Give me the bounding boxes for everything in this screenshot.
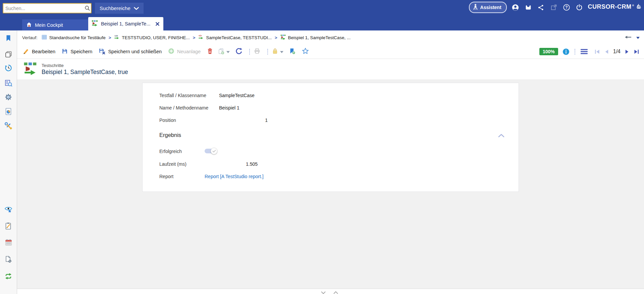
field-value: SampleTestCase (219, 93, 255, 98)
history-dropdown-icon[interactable] (636, 35, 640, 40)
app-window: Suchbereiche Assistent (0, 0, 644, 294)
quality-badge[interactable]: 100% (539, 48, 558, 55)
save-button[interactable]: Speichern (62, 48, 92, 55)
tab-record-label: Beispiel 1, SampleTe... (101, 21, 152, 26)
field-label: Laufzeit (ms) (159, 161, 186, 167)
field-label: Testfall / Klassenname (159, 93, 206, 98)
nav-last-icon[interactable] (634, 49, 639, 54)
search-scope-button[interactable]: Suchbereiche (95, 3, 144, 14)
svg-text:?: ? (565, 5, 568, 10)
teststep-icon (23, 62, 37, 77)
info-icon[interactable] (562, 48, 570, 55)
save-and-close-button[interactable]: Speichern und schließen (99, 48, 162, 56)
bottom-panel-toggle (17, 289, 644, 294)
field-value: 1.505 (205, 161, 258, 167)
breadcrumb-separator: > (275, 35, 277, 40)
search-scope-label: Suchbereiche (100, 5, 130, 11)
home-icon (26, 22, 32, 28)
delete-button[interactable] (207, 48, 213, 55)
breadcrumb-nav (625, 35, 640, 40)
breadcrumb: Verlauf: Standardsuche für Testläufe > 1… (17, 30, 644, 45)
power-icon[interactable] (575, 3, 583, 11)
gear-play-icon[interactable] (0, 92, 17, 102)
user-icon[interactable] (512, 3, 520, 11)
print-button[interactable] (254, 48, 260, 55)
breadcrumb-item-teststep[interactable]: Beispiel 1, SampleTestCase, ... (280, 34, 351, 41)
calendar-icon[interactable] (0, 237, 17, 247)
menu-icon[interactable] (580, 49, 588, 55)
tab-cockpit[interactable]: Mein Cockpit (22, 19, 88, 30)
nav-next-icon[interactable] (625, 49, 629, 54)
toolbar-separator (575, 49, 575, 55)
copy-button[interactable] (218, 48, 224, 56)
bookmark-icon[interactable] (0, 33, 17, 43)
clipboard-edit-icon[interactable] (0, 221, 17, 231)
field-row-classname: Testfall / Klassenname SampleTestCase (159, 92, 503, 99)
field-label: Report (159, 174, 173, 179)
add-bookmark-button[interactable] (289, 48, 296, 56)
lock-button[interactable] (272, 48, 278, 55)
favorite-button[interactable] (302, 48, 309, 56)
collapse-section-icon[interactable] (498, 133, 504, 139)
brand-text: CURSOR-CRM (588, 3, 632, 10)
nav-prev-icon[interactable] (604, 49, 609, 54)
field-row-position: Position 1 (159, 117, 503, 124)
back-arrow-icon[interactable] (625, 35, 632, 40)
help-icon[interactable]: ? (562, 3, 571, 11)
external-link-icon[interactable] (550, 3, 558, 11)
tab-bar: Mein Cockpit Beispiel 1, SampleTe... (22, 17, 163, 30)
breadcrumb-item-testrun[interactable]: 123 TESTSTUDIO, USER, FINISHE... (114, 34, 190, 41)
toolbar-right: 100% 1/4 (539, 48, 639, 55)
lock-icon (272, 48, 278, 55)
copy-dropdown[interactable] (226, 49, 230, 54)
teststep-icon (280, 34, 286, 41)
window-stack-icon[interactable] (0, 49, 17, 59)
field-row-report: Report Report [A TestStudio report.] (159, 173, 503, 180)
chevron-down-icon[interactable] (321, 290, 326, 294)
breadcrumb-item-label: SampleTestCase, TESTSTUDI... (206, 35, 272, 40)
sync-arrows-icon[interactable] (0, 271, 17, 281)
field-value: Beispiel 1 (219, 105, 239, 111)
bookmark-plus-icon (289, 48, 296, 56)
chevron-up-icon[interactable] (333, 290, 338, 294)
close-icon[interactable] (155, 21, 160, 26)
page-title: Beispiel 1, SampleTestCase, true (42, 69, 128, 76)
breadcrumb-item-search[interactable]: Standardsuche für Testläufe (42, 34, 106, 41)
tab-record[interactable]: Beispiel 1, SampleTe... (88, 17, 163, 30)
search-input[interactable] (3, 6, 84, 11)
search-icon[interactable] (84, 5, 91, 11)
chevron-down-icon (280, 49, 283, 54)
edit-label: Bearbeiten (32, 49, 55, 54)
refresh-button[interactable] (235, 48, 242, 56)
save-label: Speichern (70, 49, 92, 54)
breadcrumb-label: Verlauf: (22, 35, 38, 40)
content-column: Verlauf: Standardsuche für Testläufe > 1… (17, 30, 644, 294)
save-close-icon (99, 48, 105, 56)
edit-button[interactable]: Bearbeiten (23, 48, 55, 55)
report-chart-icon[interactable] (0, 106, 17, 117)
tools-icon[interactable] (0, 121, 17, 131)
create-new-button[interactable]: Neuanlage (168, 48, 201, 55)
assistant-button[interactable]: Assistent (469, 2, 507, 13)
toolbar: Bearbeiten Speichern Speichern und schli… (17, 45, 644, 59)
field-label: Name / Methodenname (159, 105, 208, 111)
eye-star-icon[interactable] (0, 205, 17, 215)
share-icon[interactable] (537, 3, 545, 11)
section-title: Ergebnis (159, 132, 181, 138)
nav-first-icon[interactable] (594, 49, 600, 54)
inbox-icon[interactable] (524, 3, 532, 11)
report-link[interactable]: Report [A TestStudio report.] (205, 174, 264, 179)
brand-registered: ® (632, 4, 634, 7)
lighthouse-icon (473, 4, 478, 11)
copy-plus-icon (218, 48, 224, 56)
success-toggle[interactable] (205, 149, 215, 153)
tab-cockpit-label: Mein Cockpit (35, 22, 63, 28)
breadcrumb-item-testcase[interactable]: </> SampleTestCase, TESTSTUDI... (198, 34, 272, 41)
history-icon[interactable] (0, 63, 17, 73)
document-gear-icon[interactable] (0, 254, 17, 265)
breadcrumb-separator: > (193, 35, 196, 40)
page-indicator: 1/4 (613, 49, 621, 55)
lock-dropdown[interactable] (280, 49, 283, 54)
sidebar (0, 30, 17, 294)
search-list-icon[interactable] (0, 78, 17, 88)
